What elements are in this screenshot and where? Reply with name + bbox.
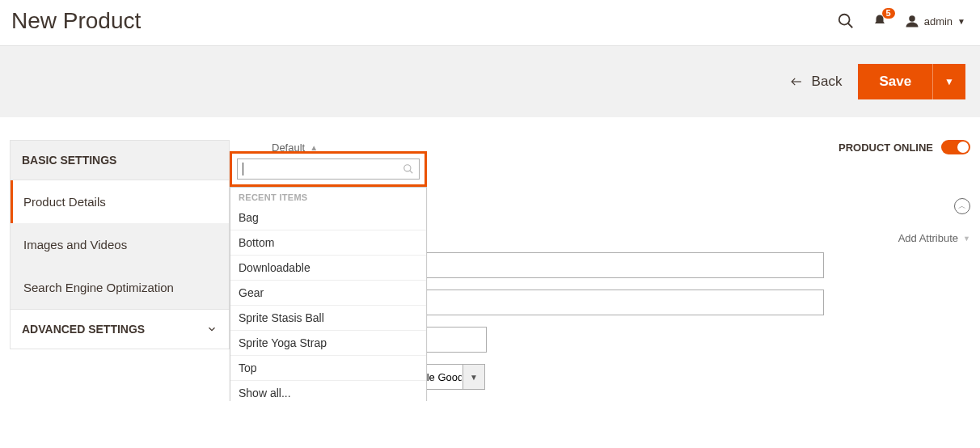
svg-point-4 [404,165,411,171]
sidebar-item-seo[interactable]: Search Engine Optimization [11,266,229,309]
action-bar: Back Save ▼ [0,45,980,117]
collapse-section-button[interactable]: ︿ [954,198,970,214]
svg-line-5 [410,171,413,174]
product-online-toggle[interactable] [941,140,970,154]
add-attribute-label: Add Attribute [898,232,958,244]
popover-item[interactable]: Sprite Yoga Strap [230,331,426,356]
arrow-left-icon [789,76,804,87]
popover-search-input[interactable] [237,158,420,180]
popover-item[interactable]: Bottom [230,230,426,256]
basic-settings-body: Product Details Images and Videos Search… [11,180,229,309]
product-online-toggle-wrap: PRODUCT ONLINE [838,140,970,154]
svg-line-1 [847,23,852,28]
popover-heading: RECENT ITEMS [230,188,426,205]
text-input[interactable] [391,252,824,278]
triangle-up-icon: ▲ [310,143,318,152]
search-icon[interactable] [837,12,855,30]
sidebar: BASIC SETTINGS Product Details Images an… [0,140,230,349]
basic-settings-panel: BASIC SETTINGS Product Details Images an… [10,140,230,349]
popover-item[interactable]: Gear [230,281,426,306]
popover-item[interactable]: Top [230,356,426,381]
popover-item[interactable]: Downloadable [230,256,426,281]
advanced-heading-label: ADVANCED SETTINGS [22,323,145,336]
save-button[interactable]: Save [858,64,932,99]
search-icon [403,163,414,175]
triangle-down-icon: ▼ [944,76,954,87]
popover-list: RECENT ITEMS Bag Bottom Downloadable Gea… [230,187,427,401]
popover-item-showall[interactable]: Show all... [230,381,426,401]
text-cursor [243,163,243,175]
text-input[interactable] [391,290,824,315]
advanced-settings-heading[interactable]: ADVANCED SETTINGS [11,309,229,349]
save-options-button[interactable]: ▼ [932,64,965,99]
sidebar-item-images-videos[interactable]: Images and Videos [11,223,229,266]
page-title: New Product [11,8,141,34]
triangle-down-icon: ▼ [963,235,970,243]
dropdown-arrow-icon: ▼ [463,364,485,390]
main-content: Default ▲ PRODUCT ONLINE RECENT ITEMS [230,140,980,401]
sidebar-item-product-details[interactable]: Product Details [11,180,229,223]
chevron-down-icon [206,323,218,335]
add-attribute-button[interactable]: Add Attribute ▼ [898,232,970,244]
caret-down-icon: ▼ [957,17,965,26]
popover-item[interactable]: Bag [230,205,426,230]
page-header: New Product 5 admin ▼ [0,0,980,45]
notifications-icon[interactable]: 5 [872,13,887,29]
user-icon [905,14,919,28]
notifications-badge: 5 [882,8,895,19]
back-button[interactable]: Back [789,74,843,90]
popover-search-border [230,151,427,187]
user-name: admin [924,15,953,27]
user-menu[interactable]: admin ▼ [905,14,965,28]
attribute-set-popover: RECENT ITEMS Bag Bottom Downloadable Gea… [230,151,427,401]
back-label: Back [812,74,843,90]
header-actions: 5 admin ▼ [837,12,965,30]
save-button-group: Save ▼ [858,64,965,99]
svg-point-0 [838,15,849,25]
main-layout: BASIC SETTINGS Product Details Images an… [0,140,980,401]
product-online-label: PRODUCT ONLINE [838,142,933,154]
popover-item[interactable]: Sprite Stasis Ball [230,306,426,331]
svg-point-2 [909,15,915,22]
basic-settings-heading: BASIC SETTINGS [11,141,229,180]
